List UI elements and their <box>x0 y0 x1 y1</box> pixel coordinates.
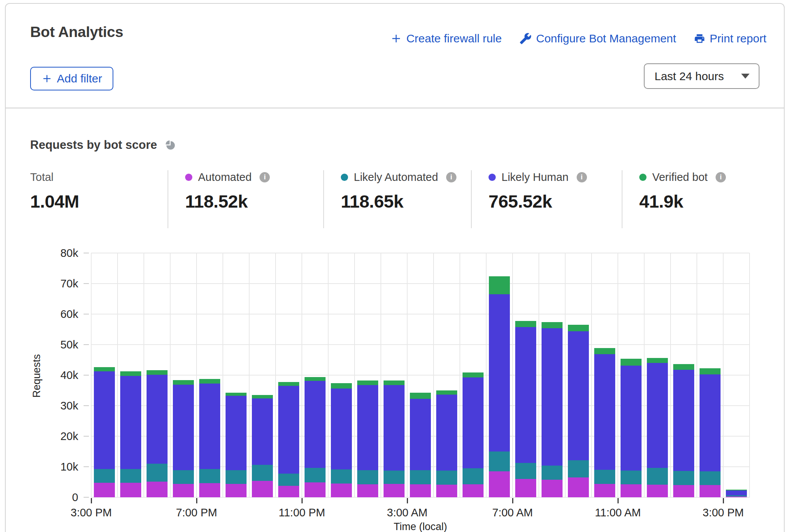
bar-segment-likely-automated[interactable] <box>463 468 484 484</box>
bar-segment-likely-human[interactable] <box>94 371 115 469</box>
bar-segment-verified-bot[interactable] <box>463 372 484 378</box>
bar[interactable] <box>621 359 642 497</box>
bar-segment-likely-human[interactable] <box>489 294 510 451</box>
bar-segment-likely-human[interactable] <box>199 384 220 469</box>
bar-segment-likely-automated[interactable] <box>252 465 273 481</box>
bar-segment-automated[interactable] <box>173 484 194 497</box>
bar-segment-verified-bot[interactable] <box>621 359 642 366</box>
bar-segment-automated[interactable] <box>252 481 273 497</box>
bar-segment-automated[interactable] <box>94 483 115 497</box>
bar-segment-likely-human[interactable] <box>673 370 694 471</box>
bar[interactable] <box>120 371 141 497</box>
bar-segment-likely-automated[interactable] <box>673 471 694 485</box>
bar-segment-verified-bot[interactable] <box>147 370 168 375</box>
bar-segment-likely-human[interactable] <box>700 374 721 471</box>
bar-segment-automated[interactable] <box>726 497 747 497</box>
bar-segment-likely-automated[interactable] <box>594 470 615 484</box>
bar-segment-automated[interactable] <box>305 482 326 497</box>
bar-segment-likely-human[interactable] <box>647 363 668 468</box>
bar-segment-likely-automated[interactable] <box>621 471 642 484</box>
bar-segment-verified-bot[interactable] <box>226 393 247 396</box>
bar[interactable] <box>252 395 273 497</box>
configure-bot-management-link[interactable]: Configure Bot Management <box>519 32 676 45</box>
bar-segment-likely-automated[interactable] <box>357 470 378 485</box>
bar[interactable] <box>673 364 694 497</box>
bar-segment-automated[interactable] <box>542 480 563 497</box>
bar-segment-verified-bot[interactable] <box>357 380 378 385</box>
bar[interactable] <box>515 321 536 497</box>
bar-segment-verified-bot[interactable] <box>436 390 457 395</box>
bar-segment-verified-bot[interactable] <box>700 368 721 374</box>
time-range-select[interactable]: Last 24 hours <box>644 63 759 89</box>
bar-segment-likely-human[interactable] <box>120 376 141 469</box>
bar-segment-likely-automated[interactable] <box>120 469 141 483</box>
bar-segment-likely-human[interactable] <box>357 385 378 470</box>
bar[interactable] <box>463 372 484 497</box>
bar-segment-automated[interactable] <box>331 484 352 497</box>
bar[interactable] <box>384 380 405 497</box>
bar-segment-verified-bot[interactable] <box>647 358 668 363</box>
bar-segment-verified-bot[interactable] <box>410 393 431 399</box>
bar-segment-automated[interactable] <box>594 484 615 497</box>
bar-segment-automated[interactable] <box>278 486 299 497</box>
bar[interactable] <box>226 393 247 497</box>
bar-segment-automated[interactable] <box>384 484 405 497</box>
bar-segment-automated[interactable] <box>357 484 378 497</box>
bar-segment-automated[interactable] <box>673 485 694 497</box>
bar[interactable] <box>331 383 352 497</box>
bar-segment-likely-human[interactable] <box>278 386 299 474</box>
bar[interactable] <box>647 358 668 497</box>
bar-segment-likely-automated[interactable] <box>331 469 352 484</box>
bar-segment-automated[interactable] <box>226 484 247 497</box>
bar-segment-likely-human[interactable] <box>515 327 536 463</box>
bar-segment-verified-bot[interactable] <box>173 380 194 385</box>
bar-segment-likely-automated[interactable] <box>515 463 536 479</box>
bar-segment-verified-bot[interactable] <box>489 276 510 294</box>
bar-segment-likely-automated[interactable] <box>147 464 168 482</box>
bar[interactable] <box>726 490 747 497</box>
bar-segment-verified-bot[interactable] <box>252 395 273 398</box>
info-icon[interactable]: i <box>577 172 587 182</box>
bar-segment-verified-bot[interactable] <box>199 379 220 384</box>
bar-segment-likely-automated[interactable] <box>173 470 194 484</box>
bar-segment-verified-bot[interactable] <box>278 382 299 386</box>
bar-segment-likely-human[interactable] <box>436 395 457 471</box>
bar-segment-verified-bot[interactable] <box>515 321 536 327</box>
bar-segment-likely-automated[interactable] <box>700 471 721 485</box>
bar-segment-likely-human[interactable] <box>463 377 484 468</box>
bar-segment-likely-automated[interactable] <box>278 474 299 486</box>
bar-segment-likely-automated[interactable] <box>384 471 405 484</box>
bar-segment-likely-human[interactable] <box>568 331 589 460</box>
bar-segment-likely-human[interactable] <box>594 354 615 470</box>
bar-segment-automated[interactable] <box>147 482 168 497</box>
bar-segment-likely-human[interactable] <box>173 385 194 470</box>
bar-segment-verified-bot[interactable] <box>594 348 615 354</box>
bar-segment-automated[interactable] <box>463 484 484 497</box>
bar-segment-likely-automated[interactable] <box>226 470 247 484</box>
bar-segment-likely-automated[interactable] <box>647 468 668 485</box>
bar-segment-verified-bot[interactable] <box>331 383 352 389</box>
bar-segment-verified-bot[interactable] <box>94 367 115 371</box>
add-filter-button[interactable]: Add filter <box>30 67 113 90</box>
bar-segment-likely-human[interactable] <box>305 381 326 468</box>
bar-segment-likely-automated[interactable] <box>489 451 510 471</box>
bar[interactable] <box>436 390 457 497</box>
bar-segment-verified-bot[interactable] <box>305 377 326 381</box>
bar-segment-verified-bot[interactable] <box>568 325 589 331</box>
bar-segment-automated[interactable] <box>410 484 431 497</box>
bar[interactable] <box>147 370 168 497</box>
bar-segment-automated[interactable] <box>515 479 536 497</box>
bar-segment-automated[interactable] <box>120 483 141 497</box>
bar-segment-automated[interactable] <box>568 477 589 497</box>
bar-segment-likely-human[interactable] <box>226 396 247 470</box>
bar[interactable] <box>542 322 563 497</box>
bar[interactable] <box>199 379 220 497</box>
bar[interactable] <box>173 380 194 497</box>
bar[interactable] <box>594 348 615 497</box>
bar-segment-verified-bot[interactable] <box>384 380 405 385</box>
bar[interactable] <box>94 367 115 497</box>
bar-segment-likely-automated[interactable] <box>436 471 457 485</box>
bar[interactable] <box>305 377 326 497</box>
bar-segment-automated[interactable] <box>199 483 220 497</box>
bar-segment-verified-bot[interactable] <box>120 371 141 376</box>
